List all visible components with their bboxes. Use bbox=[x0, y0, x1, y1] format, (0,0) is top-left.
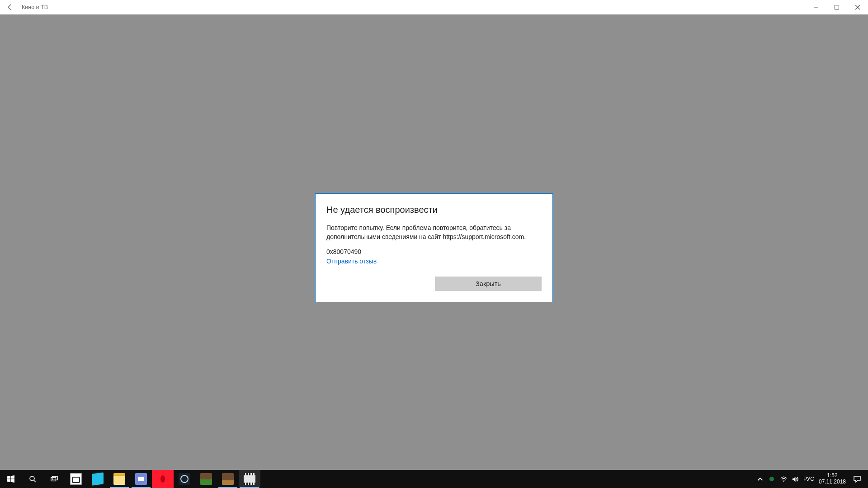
search-button[interactable] bbox=[22, 470, 43, 488]
app-body: Не удается воспроизвести Повторите попыт… bbox=[0, 14, 868, 470]
tray-clock[interactable]: 1:52 07.11.2018 bbox=[816, 473, 848, 485]
tray-volume-button[interactable] bbox=[789, 470, 801, 488]
tray-network-button[interactable] bbox=[778, 470, 789, 488]
dialog-actions: Закрыть bbox=[326, 277, 542, 291]
back-button[interactable] bbox=[0, 0, 20, 14]
taskbar-app-store[interactable] bbox=[65, 470, 87, 488]
opera-icon bbox=[157, 473, 169, 485]
minecraft-icon bbox=[200, 473, 212, 485]
close-button[interactable] bbox=[847, 0, 868, 14]
taskbar-app-opera[interactable] bbox=[152, 470, 174, 488]
taskbar-app-file-explorer[interactable] bbox=[108, 470, 130, 488]
windows-logo-icon bbox=[7, 475, 14, 483]
action-center-icon bbox=[854, 475, 861, 483]
search-icon bbox=[29, 475, 36, 483]
volume-icon bbox=[792, 476, 799, 483]
dialog-message: Повторите попытку. Если проблема повтори… bbox=[326, 223, 542, 242]
window-title: Кино и ТВ bbox=[20, 4, 52, 10]
taskbar-app-discord[interactable] bbox=[130, 470, 152, 488]
movies-tv-icon bbox=[244, 473, 255, 485]
maximize-button[interactable] bbox=[826, 0, 847, 14]
action-center-button[interactable] bbox=[848, 475, 866, 483]
chevron-up-icon bbox=[757, 476, 764, 483]
minimize-button[interactable] bbox=[806, 0, 826, 14]
dialog-error-code: 0x80070490 bbox=[326, 248, 542, 255]
discord-icon bbox=[135, 473, 147, 485]
start-button[interactable] bbox=[0, 470, 22, 488]
steam-icon bbox=[179, 473, 190, 485]
task-view-button[interactable] bbox=[43, 470, 65, 488]
svg-point-1 bbox=[30, 476, 34, 481]
svg-point-4 bbox=[783, 481, 784, 482]
store-icon bbox=[70, 473, 82, 485]
close-icon bbox=[855, 5, 860, 9]
send-feedback-link[interactable]: Отправить отзыв bbox=[326, 258, 377, 265]
dialog-title: Не удается воспроизвести bbox=[326, 205, 542, 215]
movies-tv-app-window: Кино и ТВ Не удается воспроизвести Повто… bbox=[0, 0, 868, 470]
error-dialog: Не удается воспроизвести Повторите попыт… bbox=[315, 193, 553, 302]
system-tray: РУС 1:52 07.11.2018 bbox=[754, 470, 868, 488]
minecraft-launcher-icon bbox=[222, 473, 234, 485]
tray-language-button[interactable]: РУС bbox=[801, 476, 816, 482]
taskbar: РУС 1:52 07.11.2018 bbox=[0, 470, 868, 488]
minimize-icon bbox=[814, 5, 818, 9]
green-dot-icon bbox=[769, 477, 774, 481]
taskbar-app-mail[interactable] bbox=[87, 470, 108, 488]
tray-time: 1:52 bbox=[827, 473, 837, 479]
file-explorer-icon bbox=[113, 473, 125, 485]
tray-status-indicator[interactable] bbox=[766, 470, 778, 488]
maximize-icon bbox=[835, 5, 839, 9]
taskbar-app-minecraft-launcher[interactable] bbox=[217, 470, 239, 488]
svg-rect-0 bbox=[835, 5, 839, 9]
dialog-close-button[interactable]: Закрыть bbox=[435, 277, 542, 291]
back-arrow-icon bbox=[6, 4, 14, 11]
taskbar-app-minecraft[interactable] bbox=[195, 470, 217, 488]
task-view-icon bbox=[51, 475, 58, 483]
tray-overflow-button[interactable] bbox=[754, 470, 766, 488]
svg-rect-2 bbox=[51, 477, 56, 481]
taskbar-app-movies-tv[interactable] bbox=[239, 470, 260, 488]
tray-date: 07.11.2018 bbox=[819, 479, 846, 485]
wifi-icon bbox=[780, 476, 787, 483]
taskbar-app-steam[interactable] bbox=[174, 470, 195, 488]
svg-rect-3 bbox=[52, 476, 58, 480]
title-bar: Кино и ТВ bbox=[0, 0, 868, 14]
mail-icon bbox=[92, 472, 104, 486]
